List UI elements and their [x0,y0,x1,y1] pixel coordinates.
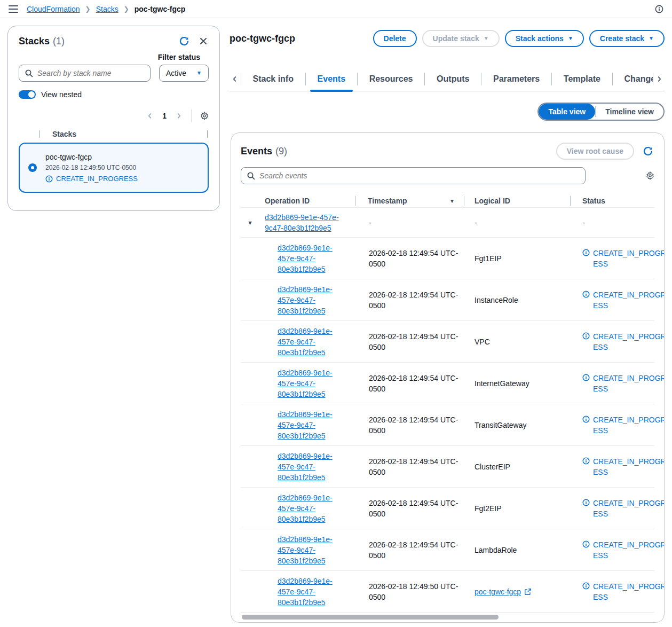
status-link[interactable]: CREATE_IN_PROGRESS [593,456,665,477]
timestamp-cell: 2026-02-18 12:49:54 UTC-0500 [369,331,458,352]
breadcrumb-cloudformation[interactable]: CloudFormation [27,5,80,13]
column-header-logical-id[interactable]: Logical ID [464,197,571,205]
status-cell: CREATE_IN_PROGRESS [571,581,665,602]
previous-page-icon[interactable] [146,112,154,120]
operation-id-link[interactable]: d3d2b869-9e1e-457e-9c47-80e3b1f2b9e5 [265,212,349,233]
tab-resources[interactable]: Resources [358,67,425,91]
status-cell: CREATE_IN_PROGRESS [571,414,665,436]
top-navigation-bar: CloudFormation ❯ Stacks ❯ poc-tgwc-fgcp [0,0,672,18]
hamburger-menu-icon[interactable] [9,5,18,13]
update-stack-button[interactable]: Update stack▼ [422,30,500,47]
refresh-events-button[interactable] [642,145,654,158]
status-link[interactable]: CREATE_IN_PROGRESS [593,539,665,561]
operation-id-link[interactable]: d3d2b869-9e1e-457e-9c47-80e3b1f2b9e5 [278,451,338,483]
breadcrumb-current: poc-tgwc-fgcp [135,5,186,13]
status-link[interactable]: CREATE_IN_PROGRESS [593,498,665,519]
stack-status-text[interactable]: CREATE_IN_PROGRESS [56,175,138,183]
logical-id-cell: TransitGateway [464,421,571,429]
stack-tabs: Stack info Events Resources Outputs Para… [230,67,665,91]
logical-id-text: VPC [475,338,490,346]
operation-id-link[interactable]: d3d2b869-9e1e-457e-9c47-80e3b1f2b9e5 [278,576,338,608]
operation-id-link[interactable]: d3d2b869-9e1e-457e-9c47-80e3b1f2b9e5 [278,242,338,275]
info-icon[interactable] [655,5,663,13]
events-title: Events [241,146,272,157]
stacks-preferences-gear-icon[interactable] [200,112,209,120]
tab-parameters[interactable]: Parameters [481,67,551,91]
tab-change-sets[interactable]: Change sets [612,67,653,91]
chevron-down-icon: ▼ [649,36,654,41]
logical-id-text: Fgt2EIP [475,504,502,513]
close-panel-icon[interactable] [198,36,209,46]
operation-id-link[interactable]: d3d2b869-9e1e-457e-9c47-80e3b1f2b9e5 [278,284,338,316]
refresh-stacks-button[interactable] [178,35,191,48]
stacks-side-panel: Stacks (1) Filter status Active ▼ View n… [7,26,220,211]
table-view-toggle[interactable]: Table view [539,104,595,120]
status-link[interactable]: CREATE_IN_PROGRESS [593,581,665,602]
timeline-view-toggle[interactable]: Timeline view [596,104,663,120]
events-search-input[interactable] [259,171,580,180]
event-table-row: d3d2b869-9e1e-457e-9c47-80e3b1f2b9e5 202… [241,404,654,446]
events-count: (9) [275,146,287,157]
event-table-row: d3d2b869-9e1e-457e-9c47-80e3b1f2b9e5 202… [241,279,654,321]
tab-template[interactable]: Template [552,67,612,91]
external-link-icon [524,588,532,595]
horizontal-scrollbar-thumb[interactable] [242,615,499,620]
operation-id-link[interactable]: d3d2b869-9e1e-457e-9c47-80e3b1f2b9e5 [278,326,338,358]
operation-id-link[interactable]: d3d2b869-9e1e-457e-9c47-80e3b1f2b9e5 [278,534,338,566]
tabs-scroll-right-icon[interactable] [653,67,665,91]
info-icon [582,416,590,423]
column-header-timestamp[interactable]: Timestamp ▼ [356,197,464,205]
search-icon [25,69,33,77]
events-search-box[interactable] [241,167,586,184]
info-icon [582,457,590,465]
stacks-count: (1) [53,36,65,47]
logical-id-text: InternetGateway [475,379,529,388]
operation-id-link[interactable]: d3d2b869-9e1e-457e-9c47-80e3b1f2b9e5 [278,409,338,441]
stack-creation-timestamp: 2026-02-18 12:49:50 UTC-0500 [45,164,138,171]
status-link[interactable]: CREATE_IN_PROGRESS [593,248,665,269]
status-link[interactable]: CREATE_IN_PROGRESS [593,414,665,436]
event-table-row: d3d2b869-9e1e-457e-9c47-80e3b1f2b9e5 202… [241,529,654,571]
status-cell: CREATE_IN_PROGRESS [571,456,665,477]
info-icon [582,332,590,340]
event-table-row: d3d2b869-9e1e-457e-9c47-80e3b1f2b9e5 202… [241,488,654,529]
timestamp-cell: - [369,218,371,227]
status-link[interactable]: CREATE_IN_PROGRESS [593,289,665,311]
stack-list-item[interactable]: poc-tgwc-fgcp 2026-02-18 12:49:50 UTC-05… [19,143,209,193]
event-table-row: d3d2b869-9e1e-457e-9c47-80e3b1f2b9e5 202… [241,446,654,488]
tabs-scroll-left-icon[interactable] [230,67,241,91]
stack-search-box[interactable] [19,65,151,82]
events-preferences-gear-icon[interactable] [646,171,654,180]
collapse-group-icon[interactable]: ▼ [241,220,254,226]
stack-radio-selected[interactable] [28,163,37,172]
status-filter-dropdown[interactable]: Active ▼ [159,65,209,82]
column-header-operation-id[interactable]: Operation ID [241,197,356,205]
next-page-icon[interactable] [175,112,183,120]
search-icon [247,171,255,180]
stack-search-input[interactable] [37,69,145,77]
tab-events[interactable]: Events [306,67,357,91]
info-icon [582,374,590,381]
view-nested-toggle[interactable] [19,90,36,99]
operation-id-link[interactable]: d3d2b869-9e1e-457e-9c47-80e3b1f2b9e5 [278,492,338,524]
info-icon [582,499,590,506]
logical-id-cell: - [475,218,477,227]
chevron-down-icon: ▼ [484,36,489,41]
status-link[interactable]: CREATE_IN_PROGRESS [593,331,665,352]
page-number[interactable]: 1 [162,112,167,120]
tab-outputs[interactable]: Outputs [425,67,481,91]
status-link[interactable]: CREATE_IN_PROGRESS [593,373,665,394]
delete-button[interactable]: Delete [373,30,417,47]
tab-stack-info[interactable]: Stack info [241,67,305,91]
breadcrumb-stacks[interactable]: Stacks [96,5,118,13]
chevron-down-icon: ▼ [196,70,202,76]
create-stack-button[interactable]: Create stack▼ [589,30,665,47]
events-panel: Events (9) View root cause Operation ID [231,132,665,623]
timestamp-cell: 2026-02-18 12:49:50 UTC-0500 [369,581,458,602]
stack-actions-button[interactable]: Stack actions▼ [505,30,584,47]
logical-id-link[interactable]: poc-tgwc-fgcp [475,587,532,596]
operation-id-link[interactable]: d3d2b869-9e1e-457e-9c47-80e3b1f2b9e5 [278,367,338,399]
timestamp-cell: 2026-02-18 12:49:54 UTC-0500 [369,289,458,311]
column-header-status[interactable]: Status [571,197,654,205]
view-root-cause-button[interactable]: View root cause [556,143,634,160]
